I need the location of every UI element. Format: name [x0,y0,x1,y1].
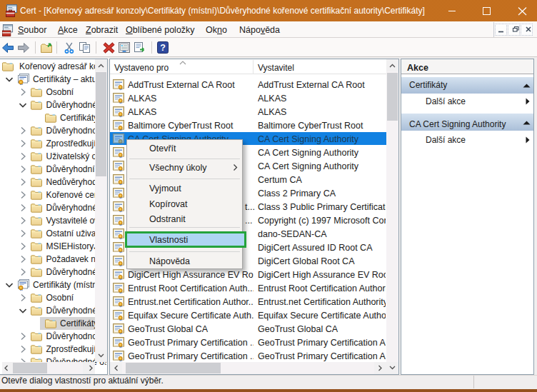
svg-text:?: ? [160,43,166,53]
